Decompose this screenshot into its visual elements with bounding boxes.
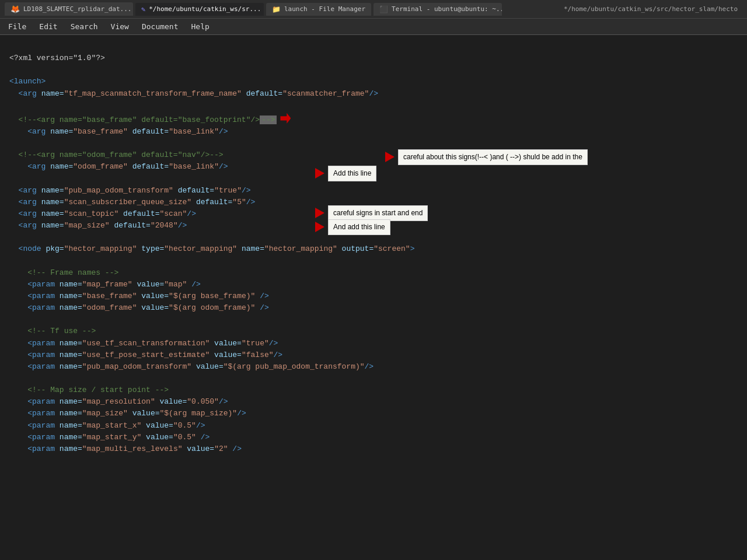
annotation-add-line: Add this line — [315, 166, 376, 181]
menu-search[interactable]: Search — [65, 20, 104, 33]
edit-icon: ✎ — [141, 5, 145, 13]
param-map-size: <param name="map_size" value="$(arg map_… — [27, 409, 246, 418]
param-map-resolution: <param name="map_resolution" value="0.05… — [27, 397, 228, 406]
param-map-frame: <param name="map_frame" value="map" /> — [27, 280, 201, 289]
comment-map-size: <!-- Map size / start point --> — [27, 386, 169, 394]
code-editor[interactable]: <?xml version="1.0"?> <launch> <arg name… — [0, 35, 747, 560]
tab-label: LD108_SLAMTEC_rplidar_dat... — [23, 5, 131, 13]
param-map-multi: <param name="map_multi_res_levels" value… — [27, 444, 242, 453]
firefox-icon: 🦊 — [11, 5, 20, 13]
arg-scan-topic: <arg name="scan_topic" default="scan"/> — [19, 209, 196, 218]
arg-pub-map: <arg name="pub_map_odom_transform" defau… — [19, 186, 251, 195]
menu-view[interactable]: View — [105, 20, 135, 33]
xml-declaration: <?xml version="1.0"?> — [9, 54, 105, 62]
arg-odom-link: <arg name="odom_frame" default="base_lin… — [19, 162, 228, 171]
arg-map-size: <arg name="map_size" default="2048"/> — [19, 221, 187, 230]
arrow-icon-3 — [315, 208, 324, 218]
title-bar: 🦊 LD108_SLAMTEC_rplidar_dat... ✎ */home/… — [0, 0, 747, 19]
menu-edit[interactable]: Edit — [33, 20, 63, 33]
annotation-and-add-line: And add this line — [315, 219, 390, 235]
annotation-text-1: careful about this signs(!--< )and ( -->… — [398, 149, 588, 165]
tab-label: launch - File Manager — [284, 5, 365, 13]
param-map-start-y: <param name="map_start_y" value="0.5" /> — [27, 433, 210, 442]
comment-odom-frame: <!--<arg name="odom_frame" default="nav"… — [19, 150, 224, 159]
param-use-tf-scan: <param name="use_tf_scan_transformation"… — [27, 339, 278, 348]
menu-bar: File Edit Search View Document Help — [0, 19, 747, 35]
param-odom-frame: <param name="odom_frame" value="$(arg od… — [27, 303, 269, 312]
arrow-icon-2 — [315, 168, 324, 178]
annotation-text-3: careful signs in start and end — [328, 205, 428, 221]
tab-terminal[interactable]: ⬛ Terminal - ubuntu@ubuntu: ~... — [374, 3, 502, 16]
tab-filemanager[interactable]: 📁 launch - File Manager — [266, 3, 371, 16]
param-pub-map-odom: <param name="pub_map_odom_transform" val… — [27, 362, 374, 371]
tab-label: Terminal - ubuntu@ubuntu: ~... — [392, 5, 502, 13]
annotation-text-2: Add this line — [328, 166, 376, 181]
menu-help[interactable]: Help — [186, 20, 215, 33]
arg-scan-queue: <arg name="scan_subscriber_queue_size" d… — [19, 198, 256, 206]
folder-icon: 📁 — [272, 5, 281, 13]
arg-base-link: <arg name="base_frame" default="base_lin… — [19, 127, 228, 136]
arg-tf: <arg name="tf_map_scanmatch_transform_fr… — [19, 89, 378, 98]
tab-editor[interactable]: ✎ */home/ubuntu/catkin_ws/sr... — [135, 3, 264, 16]
param-use-tf-pose: <param name="use_tf_pose_start_estimate"… — [27, 351, 282, 359]
comment-frame-names: <!-- Frame names --> — [27, 268, 118, 277]
tab-label: */home/ubuntu/catkin_ws/sr... — [149, 5, 261, 13]
comment-tf-use: <!-- Tf use --> — [27, 327, 96, 335]
annotation-text-4: And add this line — [328, 219, 390, 235]
menu-file[interactable]: File — [2, 20, 32, 33]
annotation-careful-signs-2: careful signs in start and end — [315, 205, 428, 221]
arrow-icon — [385, 152, 395, 162]
node-open: <node pkg="hector_mapping" type="hector_… — [19, 244, 415, 253]
launch-open: <launch> — [9, 77, 46, 86]
menu-document[interactable]: Document — [136, 20, 184, 33]
param-map-start-x: <param name="map_start_x" value="0.5"/> — [27, 421, 205, 430]
annotation-careful-signs: careful about this signs(!--< )and ( -->… — [385, 149, 588, 165]
arrow-icon-4 — [315, 222, 324, 232]
param-base-frame: <param name="base_frame" value="$(arg ba… — [27, 292, 269, 300]
tab-ld108[interactable]: 🦊 LD108_SLAMTEC_rplidar_dat... — [5, 2, 133, 16]
path-display: */home/ubuntu/catkin_ws/src/hector_slam/… — [504, 5, 742, 13]
comment-base-frame: <!--<arg name="base_frame" default="base… — [19, 116, 277, 124]
terminal-icon: ⬛ — [379, 5, 388, 13]
